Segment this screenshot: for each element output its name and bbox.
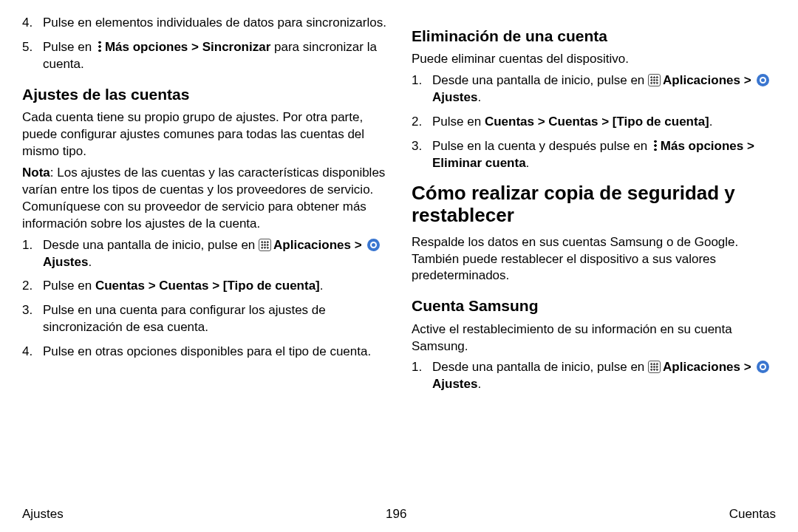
list-item: 4.Pulse en otras opciones disponibles pa… — [22, 344, 386, 361]
bold-text: Aplicaciones > — [273, 238, 365, 252]
step-body: Pulse en otras opciones disponibles para… — [43, 344, 386, 361]
step-body: Pulse en Más opciones > Sincronizar para… — [43, 39, 386, 73]
apps-icon — [648, 74, 661, 86]
apps-icon — [648, 361, 661, 373]
bold-text: Cuentas > Cuentas > [Tipo de cuenta] — [95, 279, 320, 293]
step-body: Pulse en elementos individuales de datos… — [43, 15, 386, 32]
list-item: 5.Pulse en Más opciones > Sincronizar pa… — [22, 39, 386, 73]
settings-gear-icon — [757, 74, 769, 86]
left-column: 4.Pulse en elementos individuales de dat… — [22, 15, 386, 400]
bold-text: Cuentas > Cuentas > [Tipo de cuenta] — [485, 115, 709, 129]
paragraph: Active el restablecimiento de su informa… — [412, 321, 776, 355]
heading-remove-account: Eliminación de una cuenta — [412, 27, 776, 45]
step-number: 3. — [412, 138, 432, 172]
heading-samsung-account: Cuenta Samsung — [412, 296, 776, 315]
step-body: Desde una pantalla de inicio, pulse en A… — [432, 72, 776, 106]
bold-text: Ajustes — [432, 90, 477, 104]
step-number: 1. — [412, 359, 432, 393]
paragraph: Cada cuenta tiene su propio grupo de aju… — [22, 109, 386, 160]
step-number: 1. — [22, 237, 43, 271]
list-item: 4.Pulse en elementos individuales de dat… — [22, 15, 386, 32]
note-paragraph: Nota: Los ajustes de las cuentas y las c… — [22, 165, 386, 233]
list-item: 1.Desde una pantalla de inicio, pulse en… — [22, 237, 386, 271]
footer-section-left: Ajustes — [22, 507, 64, 522]
step-body: Pulse en Cuentas > Cuentas > [Tipo de cu… — [432, 114, 776, 131]
list-item: 2.Pulse en Cuentas > Cuentas > [Tipo de … — [412, 114, 776, 131]
more-options-icon — [652, 140, 658, 151]
page-footer: Ajustes 196 Cuentas — [22, 507, 776, 522]
step-number: 2. — [412, 114, 432, 131]
manual-page: 4.Pulse en elementos individuales de dat… — [0, 0, 798, 532]
list-item: 3.Pulse en la cuenta y después pulse en … — [412, 138, 776, 172]
step-body: Pulse en una cuenta para configurar los … — [43, 302, 386, 336]
footer-section-right: Cuentas — [729, 507, 776, 522]
step-body: Pulse en Cuentas > Cuentas > [Tipo de cu… — [43, 278, 386, 295]
paragraph: Puede eliminar cuentas del dispositivo. — [412, 51, 776, 68]
bold-text: Aplicaciones > — [663, 360, 754, 374]
step-number: 4. — [22, 15, 43, 32]
step-body: Desde una pantalla de inicio, pulse en A… — [43, 237, 386, 271]
settings-gear-icon — [367, 239, 380, 251]
settings-gear-icon — [757, 361, 769, 373]
step-number: 2. — [22, 278, 43, 295]
bold-text: Aplicaciones > — [663, 73, 754, 87]
list-item: 3.Pulse en una cuenta para configurar lo… — [22, 302, 386, 336]
continued-step-list: 4.Pulse en elementos individuales de dat… — [22, 15, 386, 73]
step-body: Pulse en la cuenta y después pulse en Má… — [432, 138, 776, 172]
bold-text: Ajustes — [432, 377, 477, 391]
list-item: 2.Pulse en Cuentas > Cuentas > [Tipo de … — [22, 278, 386, 295]
right-column: Eliminación de una cuenta Puede eliminar… — [412, 15, 776, 400]
step-number: 3. — [22, 302, 43, 336]
step-body: Desde una pantalla de inicio, pulse en A… — [432, 359, 776, 393]
bold-text: Más opciones > Eliminar cuenta — [432, 139, 754, 170]
bold-text: Nota — [22, 166, 50, 180]
more-options-icon — [97, 41, 103, 52]
two-column-layout: 4.Pulse en elementos individuales de dat… — [22, 15, 776, 400]
bold-text: Más opciones > Sincronizar — [105, 40, 270, 54]
step-number: 1. — [412, 72, 432, 106]
footer-page-number: 196 — [386, 507, 406, 522]
bold-text: Ajustes — [43, 255, 88, 269]
step-list: 1.Desde una pantalla de inicio, pulse en… — [412, 359, 776, 393]
apps-icon — [259, 239, 271, 251]
list-item: 1.Desde una pantalla de inicio, pulse en… — [412, 72, 776, 106]
list-item: 1.Desde una pantalla de inicio, pulse en… — [412, 359, 776, 393]
heading-backup-reset: Cómo realizar copia de seguridad y resta… — [412, 183, 776, 227]
step-list: 1.Desde una pantalla de inicio, pulse en… — [22, 237, 386, 361]
step-number: 4. — [22, 344, 43, 361]
step-number: 5. — [22, 39, 43, 73]
heading-account-settings: Ajustes de las cuentas — [22, 85, 386, 103]
step-list: 1.Desde una pantalla de inicio, pulse en… — [412, 72, 776, 172]
paragraph: Respalde los datos en sus cuentas Samsun… — [412, 234, 776, 285]
